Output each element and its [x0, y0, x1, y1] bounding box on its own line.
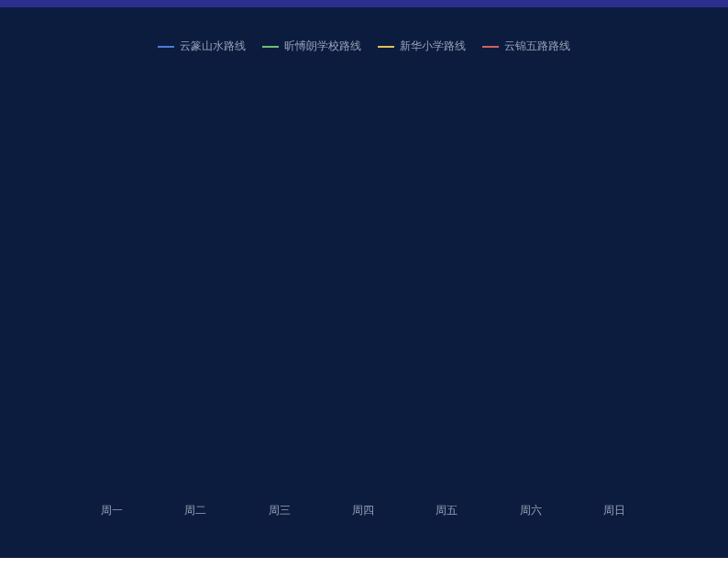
- legend-swatch-0: [158, 46, 174, 48]
- page-bottom-whitespace: [0, 558, 728, 568]
- plot-area: [70, 73, 656, 493]
- legend-label-0: 云篆山水路线: [180, 39, 246, 54]
- legend-swatch-1: [262, 46, 279, 48]
- x-tick-6: 周日: [573, 503, 656, 518]
- x-axis: 周一 周二 周三 周四 周五 周六 周日: [70, 501, 656, 519]
- x-tick-4: 周五: [405, 503, 489, 518]
- x-tick-1: 周二: [153, 503, 237, 518]
- legend-swatch-3: [482, 46, 499, 48]
- x-tick-5: 周六: [489, 503, 572, 518]
- legend-item-3[interactable]: 云锦五路路线: [482, 39, 570, 54]
- x-tick-0: 周一: [70, 503, 153, 518]
- legend-swatch-2: [378, 46, 394, 48]
- legend-label-2: 新华小学路线: [400, 39, 466, 54]
- top-accent-bar: [0, 0, 728, 7]
- legend-label-3: 云锦五路路线: [504, 39, 570, 54]
- legend-item-2[interactable]: 新华小学路线: [378, 39, 466, 54]
- legend-item-1[interactable]: 昕愽朗学校路线: [262, 39, 361, 54]
- x-tick-2: 周三: [237, 503, 321, 518]
- line-series-svg: [70, 73, 656, 493]
- legend-label-1: 昕愽朗学校路线: [284, 39, 361, 54]
- chart-legend: 云篆山水路线 昕愽朗学校路线 新华小学路线 云锦五路路线: [0, 39, 728, 54]
- x-tick-3: 周四: [321, 503, 404, 518]
- legend-item-0[interactable]: 云篆山水路线: [158, 39, 246, 54]
- chart-panel: 云篆山水路线 昕愽朗学校路线 新华小学路线 云锦五路路线 周一 周二 周三 周四…: [0, 0, 728, 558]
